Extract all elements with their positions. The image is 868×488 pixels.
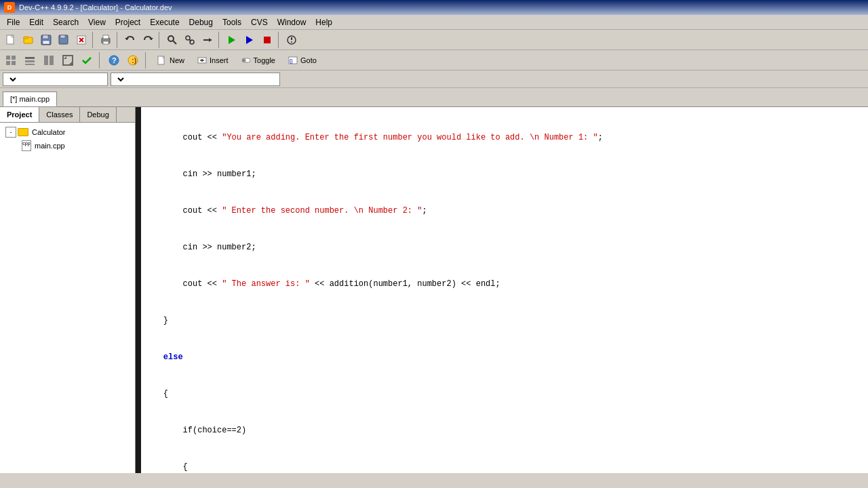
svg-rect-13 [103,41,108,44]
main-content: Project Classes Debug - Calculator cpp m… [0,107,868,473]
title-bar: D Dev-C++ 4.9.9.2 - [Calculator] - Calcu… [0,0,868,15]
code-editor[interactable]: cout << "You are adding. Enter the first… [141,107,868,473]
toolbar-separator7 [145,52,148,68]
new-tb-button[interactable]: New [152,53,189,68]
code-content: cout << "You are adding. Enter the first… [141,107,868,473]
view-project-button[interactable] [3,52,19,68]
debug-button[interactable] [283,32,300,48]
expand-icon[interactable]: - [5,127,16,138]
code-line: { [141,461,868,473]
check-syntax-button[interactable] [79,52,95,68]
svg-rect-35 [25,64,35,65]
toolbar-separator4 [218,32,221,48]
menu-bar: File Edit Search View Project Execute De… [0,15,868,30]
stop-button[interactable] [259,32,275,48]
open-button[interactable] [20,32,37,48]
toolbar-separator [92,32,95,48]
svg-point-16 [168,36,174,41]
close-button[interactable] [73,32,90,48]
svg-rect-34 [25,60,35,62]
menu-execute[interactable]: Execute [146,16,183,28]
code-line: { [141,388,868,400]
about-button[interactable]: :) [125,52,141,68]
file-name: main.cpp [35,142,65,150]
new-icon [157,55,167,66]
svg-rect-4 [43,35,48,39]
toolbar2: ? :) New Insert Toggle {} Goto [0,50,868,70]
symbol-select[interactable] [113,75,126,84]
menu-edit[interactable]: Edit [25,16,47,28]
svg-marker-14 [125,38,129,40]
menu-window[interactable]: Window [273,16,311,28]
menu-tools[interactable]: Tools [218,16,245,28]
view-full-button[interactable] [60,52,76,68]
run-button[interactable] [224,32,240,48]
sidebar-tab-debug[interactable]: Debug [80,107,116,122]
sidebar-tab-classes[interactable]: Classes [39,107,80,122]
project-name: Calculator [32,128,66,136]
toolbar-separator2 [117,32,119,48]
menu-help[interactable]: Help [311,16,336,28]
toolbar-separator3 [159,32,161,48]
new-label: New [170,56,184,64]
goto-tb-button[interactable]: {} Goto [283,53,321,68]
compile-run-button[interactable] [241,32,258,48]
code-line: } [141,314,868,327]
svg-rect-32 [12,61,16,65]
svg-point-28 [291,41,292,43]
code-line: cout << " The answer is: " << addition(n… [141,278,868,290]
menu-project[interactable]: Project [111,16,144,28]
toolbar-separator5 [278,32,281,48]
goto-label: Goto [300,56,317,64]
svg-point-20 [190,40,194,44]
code-line: cout << "You are adding. Enter the first… [141,131,868,144]
find-button[interactable] [164,32,180,48]
tree-file[interactable]: cpp main.cpp [3,139,132,152]
svg-marker-23 [229,36,235,44]
toolbar3 [0,70,868,88]
code-line: cin >> number1; [141,168,868,180]
symbol-dropdown[interactable] [111,73,280,86]
file-dropdown[interactable] [3,73,108,86]
goto-button[interactable] [199,32,216,48]
app-icon: D [4,2,15,13]
svg-rect-31 [6,61,10,65]
new-file-button[interactable] [3,32,19,48]
menu-debug[interactable]: Debug [185,16,217,28]
save-all-button[interactable] [56,32,72,48]
menu-file[interactable]: File [3,16,24,28]
svg-text:?: ? [112,56,117,64]
file-icon: cpp [22,140,31,151]
insert-icon [197,55,208,66]
svg-rect-37 [50,56,54,65]
svg-rect-12 [103,35,108,39]
help-button[interactable]: ? [106,52,122,68]
view-split-button[interactable] [41,52,57,68]
svg-text::): :) [132,56,137,64]
svg-rect-7 [60,35,65,38]
sidebar-tab-project[interactable]: Project [0,107,39,122]
code-line: cout << " Enter the second number. \n Nu… [141,205,868,217]
find-replace-button[interactable] [182,32,198,48]
view-classes-button[interactable] [22,52,38,68]
redo-button[interactable] [140,32,156,48]
file-select[interactable] [5,75,18,84]
toggle-label: Toggle [254,56,275,64]
sidebar-tabs: Project Classes Debug [0,107,135,123]
tab-label: [*] main.cpp [10,95,50,103]
svg-point-48 [242,58,245,62]
print-button[interactable] [98,32,114,48]
menu-search[interactable]: Search [49,16,83,28]
save-button[interactable] [38,32,54,48]
menu-cvs[interactable]: CVS [247,16,272,28]
editor-tab-main-cpp[interactable]: [*] main.cpp [3,92,57,106]
insert-tb-button[interactable]: Insert [192,53,233,68]
undo-button[interactable] [122,32,138,48]
toggle-tb-button[interactable]: Toggle [236,53,280,68]
svg-rect-30 [12,56,16,60]
toolbar1 [0,30,868,50]
tree-root[interactable]: - Calculator [3,125,132,139]
menu-view[interactable]: View [84,16,110,28]
svg-text:{}: {} [290,58,293,64]
goto-icon: {} [288,55,298,66]
